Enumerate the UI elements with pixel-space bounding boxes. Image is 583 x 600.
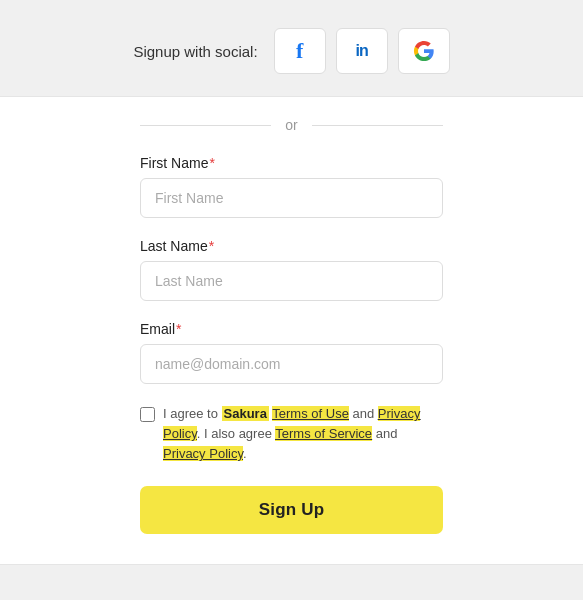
last-name-label: Last Name* xyxy=(140,238,443,254)
first-name-input[interactable] xyxy=(140,178,443,218)
first-name-field-group: First Name* xyxy=(140,155,443,218)
social-buttons: f in xyxy=(274,28,450,74)
terms-of-service-link[interactable]: Terms of Service xyxy=(275,426,372,441)
facebook-icon: f xyxy=(296,38,303,64)
linkedin-icon: in xyxy=(356,42,368,60)
terms-of-use-link[interactable]: Terms of Use xyxy=(272,406,349,421)
email-field-group: Email* xyxy=(140,321,443,384)
terms-row: I agree to Sakura Terms of Use and Priva… xyxy=(140,404,443,464)
social-label: Signup with social: xyxy=(133,43,257,60)
email-input[interactable] xyxy=(140,344,443,384)
last-name-input[interactable] xyxy=(140,261,443,301)
google-icon xyxy=(413,40,435,62)
email-required: * xyxy=(176,321,181,337)
divider-text: or xyxy=(271,117,311,133)
signup-button[interactable]: Sign Up xyxy=(140,486,443,534)
social-section: Signup with social: f in xyxy=(0,0,583,96)
terms-checkbox[interactable] xyxy=(140,407,155,422)
linkedin-button[interactable]: in xyxy=(336,28,388,74)
privacy-policy-link-2[interactable]: Privacy Policy xyxy=(163,446,243,461)
divider-line-right xyxy=(312,125,443,126)
first-name-required: * xyxy=(209,155,214,171)
email-label: Email* xyxy=(140,321,443,337)
page-wrapper: Signup with social: f in or xyxy=(0,0,583,600)
brand-name: Sakura xyxy=(222,406,269,421)
first-name-label: First Name* xyxy=(140,155,443,171)
last-name-required: * xyxy=(209,238,214,254)
form-section: or First Name* Last Name* Email* xyxy=(0,96,583,565)
facebook-button[interactable]: f xyxy=(274,28,326,74)
divider-line-left xyxy=(140,125,271,126)
google-button[interactable] xyxy=(398,28,450,74)
terms-text: I agree to Sakura Terms of Use and Priva… xyxy=(163,404,443,464)
divider-row: or xyxy=(140,117,443,133)
last-name-field-group: Last Name* xyxy=(140,238,443,301)
